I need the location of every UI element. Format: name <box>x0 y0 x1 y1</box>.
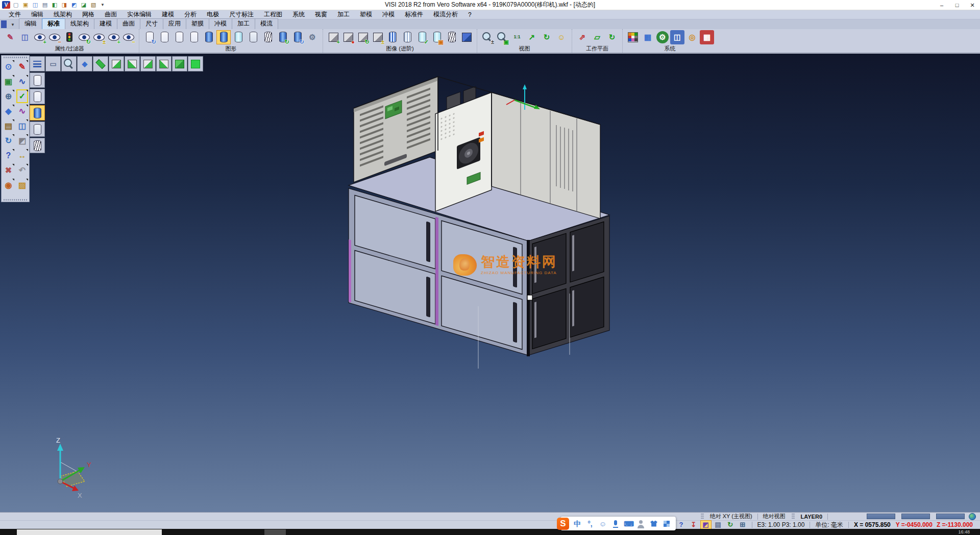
shade-add-solids-icon[interactable]: + <box>326 30 340 44</box>
zoom-mode-icon[interactable]: ⊕ <box>2 89 15 104</box>
export-icon[interactable]: ↧ <box>689 521 699 529</box>
tab-dropdown-button[interactable]: ▼ <box>9 22 19 29</box>
sheet-icon[interactable]: ▤ <box>713 521 723 529</box>
menu-item-14[interactable]: 塑模 <box>355 10 377 19</box>
section-stripe-blue-icon[interactable] <box>385 30 400 44</box>
regen-shading-icon[interactable]: ↻ <box>276 30 290 44</box>
skin-button[interactable] <box>649 519 658 528</box>
viewport-3d[interactable]: Z Y X ▭◆ 智造资料网 ZHIZAO MANUFACTURING DATA <box>0 54 980 512</box>
view-mode-field[interactable]: 绝对视图 <box>758 513 791 520</box>
menu-item-8[interactable]: 电极 <box>202 10 224 19</box>
show-entities-icon[interactable]: + <box>33 30 47 44</box>
zoom-1to1-icon[interactable]: 1:1 <box>510 30 524 44</box>
ghost-view-icon[interactable] <box>246 30 260 44</box>
wireframe-view-icon[interactable] <box>157 30 172 44</box>
display-hidden-button[interactable] <box>30 89 45 104</box>
taskbar-window-preview[interactable] <box>17 529 162 535</box>
tab-4[interactable]: 曲面 <box>117 18 140 29</box>
input-mode-button[interactable]: 中 <box>573 519 582 528</box>
sketch-erase-icon[interactable]: ✎ <box>16 59 29 74</box>
undo-icon[interactable]: ↶ <box>16 163 29 178</box>
cube-icon[interactable]: ◩ <box>16 133 29 148</box>
verify-solid-icon[interactable]: ✓ <box>415 30 429 44</box>
refresh-view-icon[interactable]: ↻ <box>540 30 554 44</box>
modify-attributes-icon[interactable]: ✎ <box>3 30 17 44</box>
menu-item-10[interactable]: 工程图 <box>259 10 287 19</box>
maximize-button[interactable]: □ <box>949 0 965 10</box>
spline-edit-icon[interactable]: ∿ <box>16 104 29 118</box>
view-back-button[interactable] <box>156 56 172 71</box>
workplane-field[interactable]: 绝对 XY (主视图) <box>705 513 757 520</box>
system-settings-icon[interactable]: ⚙ <box>656 31 669 43</box>
keyboard-button[interactable]: ⌨ <box>624 519 633 528</box>
menu-item-4[interactable]: 曲面 <box>100 10 121 19</box>
menu-item-3[interactable]: 网格 <box>78 10 99 19</box>
selection-handle[interactable] <box>527 295 532 300</box>
tab-7[interactable]: 塑膜 <box>186 18 209 29</box>
view-menu-button[interactable] <box>30 56 45 71</box>
tab-3[interactable]: 建模 <box>94 18 117 29</box>
visibility-filter-icon[interactable] <box>62 30 77 44</box>
sogou-logo-icon[interactable]: S <box>557 518 569 530</box>
menu-item-2[interactable]: 线架构 <box>49 10 77 19</box>
axes-icon[interactable]: ◆ <box>2 104 15 118</box>
display-wireframe-button[interactable] <box>30 72 45 88</box>
voice-button[interactable] <box>611 519 620 528</box>
view-iso-shaded-button[interactable] <box>188 56 203 71</box>
display-shaded-button[interactable] <box>30 105 45 120</box>
color-swatch-2[interactable] <box>901 514 930 519</box>
machining-icon[interactable]: ◉ <box>2 178 15 192</box>
show-all-icon[interactable]: + <box>107 30 121 44</box>
menu-item-6[interactable]: 建模 <box>157 10 179 19</box>
menu-item-7[interactable]: 分析 <box>180 10 201 19</box>
view-front-button[interactable] <box>109 56 124 71</box>
help-status-icon[interactable]: ? <box>676 521 687 529</box>
open-folder-icon[interactable]: ▨ <box>16 178 29 192</box>
color-swatch-3[interactable] <box>936 514 965 519</box>
measure-icon[interactable]: ↔ <box>16 148 29 163</box>
toggle-visibility-icon[interactable]: ± <box>92 30 106 44</box>
grid-status-icon[interactable]: ⊞ <box>738 521 748 529</box>
delete-icon[interactable]: ✖ <box>2 163 15 178</box>
layer-field[interactable]: LAYER0 <box>796 514 827 520</box>
workplane-align-icon[interactable]: ▱ <box>590 30 604 44</box>
solid-box-icon[interactable]: ▣ <box>430 30 444 44</box>
tab-8[interactable]: 冲模 <box>209 18 232 29</box>
library-icon[interactable]: ▤ <box>2 118 15 133</box>
pick-settings-icon[interactable]: ◎ <box>685 30 699 44</box>
minimize-button[interactable]: – <box>934 0 949 10</box>
toolbox-button[interactable] <box>662 519 671 528</box>
hidden-line-view-icon[interactable] <box>172 30 186 44</box>
view-right-button[interactable] <box>125 56 140 71</box>
shade-toggle-icon[interactable]: ± <box>371 30 385 44</box>
update-shading-icon[interactable]: ↻ <box>290 30 305 44</box>
shade-refresh-icon[interactable]: ↻ <box>356 30 370 44</box>
tab-10[interactable]: 模流 <box>255 18 278 29</box>
display-ghost-button[interactable] <box>30 121 45 137</box>
shaded-mode-icon[interactable]: ◩ <box>701 521 711 529</box>
tab-5[interactable]: 尺寸 <box>140 18 163 29</box>
color-swatch-1[interactable] <box>867 514 895 519</box>
zoom-select-button[interactable] <box>61 56 77 71</box>
regen-wireframe-icon[interactable]: ↻ <box>142 30 157 44</box>
menu-item-18[interactable]: ? <box>463 11 476 18</box>
view-left-button[interactable] <box>140 56 156 71</box>
handwriting-button[interactable] <box>636 519 646 528</box>
section-stripe-light-icon[interactable] <box>400 30 414 44</box>
window-settings-icon[interactable]: ◫ <box>670 30 684 44</box>
curve-sketch-icon[interactable]: ∿ <box>16 74 29 89</box>
menu-item-1[interactable]: 编辑 <box>27 10 48 19</box>
transparent-view-icon[interactable] <box>231 30 246 44</box>
menu-item-12[interactable]: 视窗 <box>310 10 332 19</box>
color-table-icon[interactable] <box>626 30 640 44</box>
menu-item-17[interactable]: 模流分析 <box>429 10 462 19</box>
grid-calculator-icon[interactable]: ▦ <box>700 30 714 44</box>
display-hatch-button[interactable] <box>30 138 45 153</box>
punctuation-button[interactable]: °, <box>585 519 595 528</box>
menu-item-11[interactable]: 系统 <box>288 10 309 19</box>
zoom-extents-icon[interactable]: ▣ <box>495 30 509 44</box>
refresh-status-icon[interactable]: ↻ <box>725 521 736 529</box>
menu-item-13[interactable]: 加工 <box>333 10 354 19</box>
copy-attributes-icon[interactable]: ◫ <box>18 30 32 44</box>
hide-all-icon[interactable]: − <box>121 30 136 44</box>
